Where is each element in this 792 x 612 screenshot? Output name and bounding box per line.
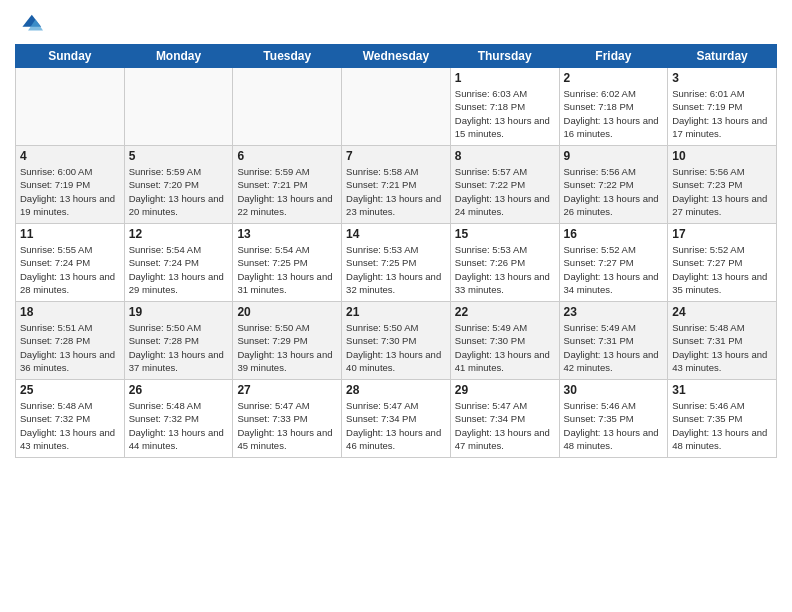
day-number: 5: [129, 149, 229, 163]
day-number: 25: [20, 383, 120, 397]
day-number: 8: [455, 149, 555, 163]
calendar-cell-8: 8Sunrise: 5:57 AMSunset: 7:22 PMDaylight…: [450, 146, 559, 224]
calendar-cell-14: 14Sunrise: 5:53 AMSunset: 7:25 PMDayligh…: [342, 224, 451, 302]
header: [15, 10, 777, 38]
calendar-cell-24: 24Sunrise: 5:48 AMSunset: 7:31 PMDayligh…: [668, 302, 777, 380]
day-number: 28: [346, 383, 446, 397]
day-number: 19: [129, 305, 229, 319]
day-info: Sunrise: 5:56 AMSunset: 7:22 PMDaylight:…: [564, 165, 664, 218]
day-number: 12: [129, 227, 229, 241]
calendar-header-sunday: Sunday: [16, 45, 125, 68]
calendar-header-thursday: Thursday: [450, 45, 559, 68]
calendar-cell-29: 29Sunrise: 5:47 AMSunset: 7:34 PMDayligh…: [450, 380, 559, 458]
day-number: 2: [564, 71, 664, 85]
calendar-cell-20: 20Sunrise: 5:50 AMSunset: 7:29 PMDayligh…: [233, 302, 342, 380]
calendar-cell-6: 6Sunrise: 5:59 AMSunset: 7:21 PMDaylight…: [233, 146, 342, 224]
calendar-cell-13: 13Sunrise: 5:54 AMSunset: 7:25 PMDayligh…: [233, 224, 342, 302]
day-number: 24: [672, 305, 772, 319]
calendar-cell-2: 2Sunrise: 6:02 AMSunset: 7:18 PMDaylight…: [559, 68, 668, 146]
day-info: Sunrise: 6:03 AMSunset: 7:18 PMDaylight:…: [455, 87, 555, 140]
calendar-table: SundayMondayTuesdayWednesdayThursdayFrid…: [15, 44, 777, 458]
day-number: 7: [346, 149, 446, 163]
calendar-cell-21: 21Sunrise: 5:50 AMSunset: 7:30 PMDayligh…: [342, 302, 451, 380]
day-info: Sunrise: 5:59 AMSunset: 7:21 PMDaylight:…: [237, 165, 337, 218]
day-info: Sunrise: 6:02 AMSunset: 7:18 PMDaylight:…: [564, 87, 664, 140]
calendar-cell-19: 19Sunrise: 5:50 AMSunset: 7:28 PMDayligh…: [124, 302, 233, 380]
calendar-cell-empty: [233, 68, 342, 146]
calendar-cell-22: 22Sunrise: 5:49 AMSunset: 7:30 PMDayligh…: [450, 302, 559, 380]
day-number: 1: [455, 71, 555, 85]
day-number: 31: [672, 383, 772, 397]
calendar-cell-27: 27Sunrise: 5:47 AMSunset: 7:33 PMDayligh…: [233, 380, 342, 458]
calendar-cell-3: 3Sunrise: 6:01 AMSunset: 7:19 PMDaylight…: [668, 68, 777, 146]
calendar-cell-empty: [16, 68, 125, 146]
day-number: 27: [237, 383, 337, 397]
day-number: 11: [20, 227, 120, 241]
day-number: 3: [672, 71, 772, 85]
calendar-header-monday: Monday: [124, 45, 233, 68]
calendar-cell-15: 15Sunrise: 5:53 AMSunset: 7:26 PMDayligh…: [450, 224, 559, 302]
day-info: Sunrise: 5:49 AMSunset: 7:30 PMDaylight:…: [455, 321, 555, 374]
calendar-cell-17: 17Sunrise: 5:52 AMSunset: 7:27 PMDayligh…: [668, 224, 777, 302]
calendar-cell-11: 11Sunrise: 5:55 AMSunset: 7:24 PMDayligh…: [16, 224, 125, 302]
calendar-week-3: 11Sunrise: 5:55 AMSunset: 7:24 PMDayligh…: [16, 224, 777, 302]
day-info: Sunrise: 5:59 AMSunset: 7:20 PMDaylight:…: [129, 165, 229, 218]
day-number: 4: [20, 149, 120, 163]
day-info: Sunrise: 5:55 AMSunset: 7:24 PMDaylight:…: [20, 243, 120, 296]
day-number: 15: [455, 227, 555, 241]
calendar-cell-18: 18Sunrise: 5:51 AMSunset: 7:28 PMDayligh…: [16, 302, 125, 380]
day-info: Sunrise: 5:53 AMSunset: 7:25 PMDaylight:…: [346, 243, 446, 296]
calendar-week-1: 1Sunrise: 6:03 AMSunset: 7:18 PMDaylight…: [16, 68, 777, 146]
calendar-cell-10: 10Sunrise: 5:56 AMSunset: 7:23 PMDayligh…: [668, 146, 777, 224]
day-info: Sunrise: 5:58 AMSunset: 7:21 PMDaylight:…: [346, 165, 446, 218]
day-info: Sunrise: 5:48 AMSunset: 7:32 PMDaylight:…: [20, 399, 120, 452]
day-number: 30: [564, 383, 664, 397]
calendar-week-4: 18Sunrise: 5:51 AMSunset: 7:28 PMDayligh…: [16, 302, 777, 380]
day-info: Sunrise: 6:01 AMSunset: 7:19 PMDaylight:…: [672, 87, 772, 140]
calendar-cell-12: 12Sunrise: 5:54 AMSunset: 7:24 PMDayligh…: [124, 224, 233, 302]
day-info: Sunrise: 5:47 AMSunset: 7:34 PMDaylight:…: [455, 399, 555, 452]
day-info: Sunrise: 5:52 AMSunset: 7:27 PMDaylight:…: [672, 243, 772, 296]
calendar-cell-4: 4Sunrise: 6:00 AMSunset: 7:19 PMDaylight…: [16, 146, 125, 224]
calendar-cell-empty: [342, 68, 451, 146]
calendar-cell-31: 31Sunrise: 5:46 AMSunset: 7:35 PMDayligh…: [668, 380, 777, 458]
day-number: 14: [346, 227, 446, 241]
calendar-week-2: 4Sunrise: 6:00 AMSunset: 7:19 PMDaylight…: [16, 146, 777, 224]
day-info: Sunrise: 5:53 AMSunset: 7:26 PMDaylight:…: [455, 243, 555, 296]
logo-icon: [15, 10, 43, 38]
calendar-header-friday: Friday: [559, 45, 668, 68]
logo: [15, 10, 47, 38]
day-number: 16: [564, 227, 664, 241]
day-info: Sunrise: 5:46 AMSunset: 7:35 PMDaylight:…: [672, 399, 772, 452]
day-number: 9: [564, 149, 664, 163]
calendar-header-tuesday: Tuesday: [233, 45, 342, 68]
calendar-week-5: 25Sunrise: 5:48 AMSunset: 7:32 PMDayligh…: [16, 380, 777, 458]
calendar-cell-28: 28Sunrise: 5:47 AMSunset: 7:34 PMDayligh…: [342, 380, 451, 458]
calendar-header-row: SundayMondayTuesdayWednesdayThursdayFrid…: [16, 45, 777, 68]
day-info: Sunrise: 5:56 AMSunset: 7:23 PMDaylight:…: [672, 165, 772, 218]
calendar-cell-5: 5Sunrise: 5:59 AMSunset: 7:20 PMDaylight…: [124, 146, 233, 224]
day-info: Sunrise: 5:46 AMSunset: 7:35 PMDaylight:…: [564, 399, 664, 452]
day-info: Sunrise: 5:51 AMSunset: 7:28 PMDaylight:…: [20, 321, 120, 374]
calendar-cell-9: 9Sunrise: 5:56 AMSunset: 7:22 PMDaylight…: [559, 146, 668, 224]
day-info: Sunrise: 5:50 AMSunset: 7:29 PMDaylight:…: [237, 321, 337, 374]
calendar-cell-1: 1Sunrise: 6:03 AMSunset: 7:18 PMDaylight…: [450, 68, 559, 146]
day-info: Sunrise: 5:49 AMSunset: 7:31 PMDaylight:…: [564, 321, 664, 374]
calendar-cell-16: 16Sunrise: 5:52 AMSunset: 7:27 PMDayligh…: [559, 224, 668, 302]
day-number: 23: [564, 305, 664, 319]
day-number: 6: [237, 149, 337, 163]
day-number: 20: [237, 305, 337, 319]
day-info: Sunrise: 5:50 AMSunset: 7:30 PMDaylight:…: [346, 321, 446, 374]
day-number: 22: [455, 305, 555, 319]
day-info: Sunrise: 5:48 AMSunset: 7:31 PMDaylight:…: [672, 321, 772, 374]
day-info: Sunrise: 5:54 AMSunset: 7:25 PMDaylight:…: [237, 243, 337, 296]
day-number: 18: [20, 305, 120, 319]
calendar-cell-26: 26Sunrise: 5:48 AMSunset: 7:32 PMDayligh…: [124, 380, 233, 458]
calendar-header-saturday: Saturday: [668, 45, 777, 68]
day-info: Sunrise: 6:00 AMSunset: 7:19 PMDaylight:…: [20, 165, 120, 218]
day-info: Sunrise: 5:48 AMSunset: 7:32 PMDaylight:…: [129, 399, 229, 452]
day-number: 13: [237, 227, 337, 241]
day-number: 10: [672, 149, 772, 163]
calendar-header-wednesday: Wednesday: [342, 45, 451, 68]
day-info: Sunrise: 5:54 AMSunset: 7:24 PMDaylight:…: [129, 243, 229, 296]
